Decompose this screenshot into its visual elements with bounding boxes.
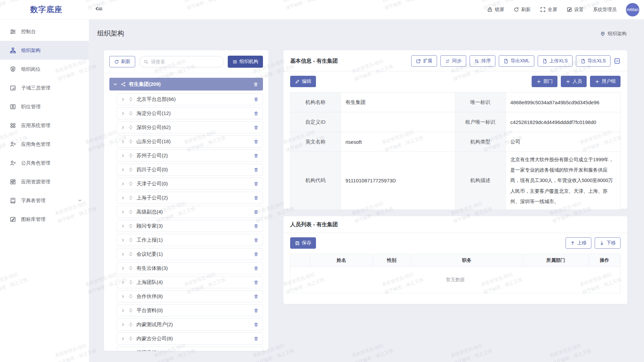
toolbar-button-3[interactable]: 排序 — [470, 55, 495, 67]
current-user-name[interactable]: 系统管理员 — [593, 7, 616, 13]
sidebar-item-4[interactable]: 子域三员管理 — [0, 78, 89, 97]
sidebar-item-8[interactable]: 公共角色管理 — [0, 154, 89, 172]
trash-icon[interactable] — [254, 266, 259, 271]
sidebar-item-3[interactable]: 组织岗位 — [0, 60, 89, 78]
tree-node[interactable]: 北京平台总部(66) — [117, 93, 263, 105]
chevron-right-icon[interactable] — [121, 308, 125, 313]
tree-node-label: 上海团队(4) — [137, 279, 163, 286]
tree-node[interactable]: 管理员组(9) — [117, 347, 263, 351]
trash-icon[interactable] — [254, 322, 259, 327]
user-avatar[interactable]: mMan — [626, 3, 639, 16]
sidebar-item-9[interactable]: 应用资源管理 — [0, 172, 89, 191]
chevron-right-icon[interactable] — [121, 196, 125, 200]
tree-node[interactable]: 上海子公司(2) — [117, 192, 263, 204]
trash-icon[interactable] — [254, 350, 259, 351]
trash-icon[interactable] — [254, 209, 259, 215]
tree-node[interactable]: 深圳分公司(62) — [117, 121, 263, 133]
toolbar-button-4[interactable]: 导出XML — [499, 55, 534, 67]
trash-icon[interactable] — [254, 97, 259, 102]
sidebar-item-10[interactable]: 字典表管理 — [0, 191, 89, 210]
tree-node-label: 深圳分公司(62) — [137, 124, 171, 131]
chevron-right-icon[interactable] — [121, 224, 125, 228]
tree-node[interactable]: 苏州子公司(2) — [117, 149, 263, 162]
trash-icon[interactable] — [254, 181, 259, 186]
chevron-right-icon[interactable] — [121, 210, 125, 214]
collapse-sidebar-icon[interactable] — [95, 5, 103, 14]
drag-handle-icon — [128, 181, 133, 186]
drag-handle-icon — [128, 209, 133, 214]
chevron-right-icon[interactable] — [121, 97, 125, 102]
toolbar-button-5[interactable]: 上传XLS — [538, 55, 572, 67]
tree-root-node[interactable]: 有生集团(209) — [109, 78, 263, 90]
chevron-right-icon[interactable] — [121, 139, 125, 144]
trash-icon[interactable] — [254, 336, 259, 341]
add-button-1[interactable]: 部门 — [532, 76, 557, 87]
trash-icon[interactable] — [254, 252, 259, 257]
tree-refresh-button[interactable]: 刷新 — [109, 56, 135, 67]
tree-node[interactable]: 内蒙古分公司(8) — [117, 333, 263, 345]
sidebar-item-7[interactable]: 应用角色管理 — [0, 135, 89, 154]
org-structure-button[interactable]: 组织机构 — [228, 56, 263, 68]
tree-node[interactable]: 工作上报(1) — [117, 234, 263, 246]
move-down-button[interactable]: 下移 — [595, 237, 621, 249]
sidebar-item-11[interactable]: 图标库管理 — [0, 210, 89, 229]
settings-button[interactable]: 设置 — [567, 7, 584, 13]
tree-node[interactable]: 内蒙测试用户(2) — [117, 318, 263, 330]
chevron-right-icon[interactable] — [121, 182, 125, 186]
add-button-2[interactable]: 人员 — [561, 76, 587, 87]
trash-icon[interactable] — [254, 111, 259, 116]
trash-icon[interactable] — [254, 224, 259, 229]
trash-icon[interactable] — [254, 125, 259, 130]
chevron-right-icon[interactable] — [121, 294, 125, 299]
trash-icon[interactable] — [254, 153, 259, 158]
toolbar-button-2[interactable]: 同步 — [440, 55, 466, 67]
trash-icon[interactable] — [253, 82, 258, 87]
tree-node[interactable]: 会议纪要(1) — [117, 248, 263, 260]
chevron-right-icon[interactable] — [121, 351, 125, 351]
refresh-page-button[interactable]: 刷新 — [514, 7, 531, 13]
save-button[interactable]: 保存 — [290, 237, 316, 249]
page-title: 组织架构 — [97, 29, 124, 38]
fullscreen-button[interactable]: 全屏 — [540, 7, 557, 13]
toolbar-button-1[interactable]: 扩展 — [411, 55, 437, 67]
tree-search-input[interactable] — [151, 59, 219, 64]
chevron-right-icon[interactable] — [121, 337, 125, 341]
sidebar-item-5[interactable]: 职位管理 — [0, 97, 89, 116]
sidebar-item-2[interactable]: 组织架构 — [0, 41, 89, 60]
lock-screen-button[interactable]: 锁屏 — [487, 7, 504, 13]
tree-node[interactable]: 高级副总(4) — [117, 206, 263, 218]
trash-icon[interactable] — [254, 139, 259, 144]
chevron-right-icon[interactable] — [121, 266, 125, 270]
chevron-right-icon[interactable] — [121, 154, 125, 158]
chevron-right-icon[interactable] — [121, 125, 125, 130]
trash-icon[interactable] — [254, 294, 259, 299]
trash-icon[interactable] — [254, 280, 259, 285]
tree-node[interactable]: 上海团队(4) — [117, 276, 263, 288]
chevron-right-icon[interactable] — [121, 280, 125, 285]
trash-icon[interactable] — [254, 308, 259, 313]
sidebar-item-1[interactable]: 控制台 — [0, 22, 89, 41]
tree-node[interactable]: 平台资料(0) — [117, 304, 263, 316]
add-button-3[interactable]: 用户组 — [590, 76, 621, 87]
chevron-down-icon[interactable] — [113, 82, 118, 87]
trash-icon[interactable] — [254, 238, 259, 243]
trash-icon[interactable] — [254, 167, 259, 172]
chevron-right-icon[interactable] — [121, 238, 125, 242]
tree-node[interactable]: 海淀分公司(12) — [117, 107, 263, 119]
sidebar-item-6[interactable]: 应用系统管理 — [0, 116, 89, 135]
chevron-right-icon[interactable] — [121, 252, 125, 256]
chevron-right-icon[interactable] — [121, 111, 125, 116]
tree-node[interactable]: 有生云体验(3) — [117, 262, 263, 274]
tree-node[interactable]: 四川子公司(0) — [117, 164, 263, 176]
trash-icon[interactable] — [254, 195, 259, 200]
tree-node[interactable]: 合作伙伴(8) — [117, 290, 263, 302]
move-up-button[interactable]: 上移 — [566, 237, 591, 249]
chevron-right-icon[interactable] — [121, 322, 125, 327]
toolbar-button-6[interactable]: 导出XLS — [576, 55, 610, 67]
tree-node[interactable]: 山东分公司(18) — [117, 135, 263, 147]
tree-node[interactable]: 顾问专家(3) — [117, 220, 263, 232]
collapse-panel-icon[interactable] — [614, 58, 621, 64]
tree-node[interactable]: 天津子公司(0) — [117, 178, 263, 190]
edit-button[interactable]: 编辑 — [290, 76, 316, 87]
chevron-right-icon[interactable] — [121, 168, 125, 172]
